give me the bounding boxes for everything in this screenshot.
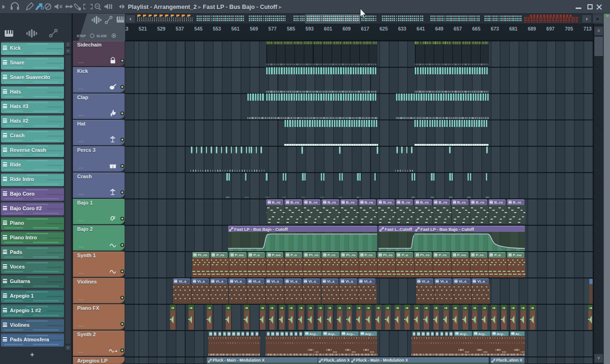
- svg-text:STEP: STEP: [77, 34, 86, 38]
- svg-text:SLIDE: SLIDE: [96, 34, 107, 38]
